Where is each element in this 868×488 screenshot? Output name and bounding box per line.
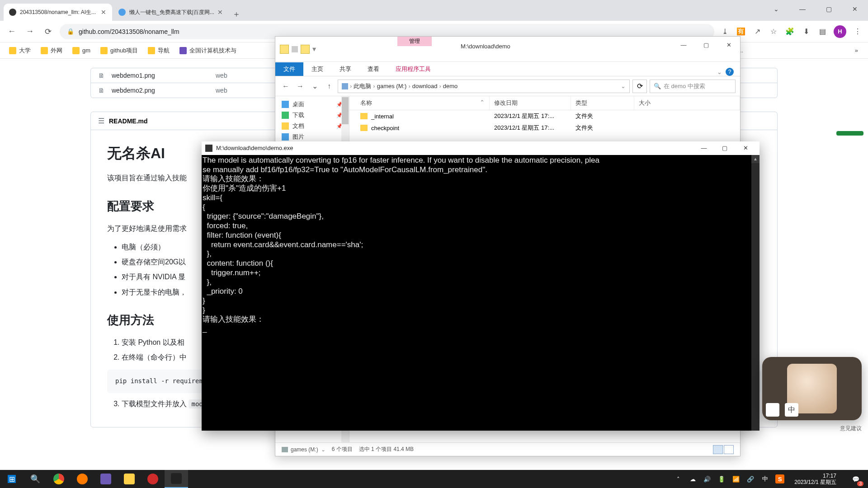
downloads-icon bbox=[282, 112, 289, 119]
forward-button[interactable]: → bbox=[24, 25, 36, 38]
folder-icon bbox=[360, 125, 368, 131]
sidebar-item-desktop[interactable]: 桌面📌 bbox=[275, 99, 349, 110]
action-center-button[interactable]: 💬3 bbox=[846, 470, 865, 488]
bookmark-item[interactable]: 导航 bbox=[144, 45, 173, 56]
console-output[interactable]: The model is automatically converting to… bbox=[202, 155, 760, 431]
taskbar-app[interactable] bbox=[141, 470, 165, 488]
ribbon-tab-view[interactable]: 查看 bbox=[359, 62, 387, 76]
maximize-button[interactable]: ▢ bbox=[695, 37, 717, 53]
onedrive-icon[interactable]: ☁ bbox=[689, 475, 697, 483]
help-icon[interactable]: ? bbox=[726, 68, 734, 76]
ime-assistant-widget[interactable]: 中 bbox=[762, 357, 862, 420]
sidebar-item-downloads[interactable]: 下载📌 bbox=[275, 110, 349, 121]
new-tab-button[interactable]: ＋ bbox=[230, 7, 243, 21]
sogou-ime-icon[interactable]: S bbox=[775, 474, 784, 483]
view-large-icon[interactable] bbox=[724, 445, 734, 454]
taskbar-app-chrome[interactable] bbox=[47, 470, 71, 488]
network-icon[interactable]: 📶 bbox=[732, 475, 740, 483]
back-button[interactable]: ← bbox=[280, 80, 292, 92]
bookmark-item[interactable]: github项目 bbox=[97, 45, 142, 56]
close-button[interactable]: ✕ bbox=[717, 37, 740, 53]
downloads-icon[interactable]: ⬇ bbox=[801, 27, 811, 37]
ribbon-context-tab[interactable]: 管理 bbox=[397, 37, 432, 46]
ribbon-tab-home[interactable]: 主页 bbox=[303, 62, 331, 76]
tab-search-icon[interactable]: ⌄ bbox=[763, 0, 789, 18]
bookmark-item[interactable]: gm bbox=[69, 45, 94, 56]
header-name[interactable]: 名称 ⌃ bbox=[349, 96, 490, 110]
translate-icon[interactable]: 🈶 bbox=[736, 27, 746, 37]
drive-indicator[interactable]: games (M:) ⌄ bbox=[282, 446, 326, 453]
window-title: M:\download\demo bbox=[461, 43, 510, 50]
extensions-icon[interactable]: 🧩 bbox=[785, 27, 795, 37]
file-row[interactable]: checkpoint 2023/12/1 星期五 17:... 文件夹 bbox=[349, 122, 740, 134]
ribbon-tab-file[interactable]: 文件 bbox=[275, 62, 303, 76]
bookmark-overflow-icon[interactable]: » bbox=[850, 47, 863, 54]
scroll-up-icon[interactable]: ▲ bbox=[751, 155, 760, 163]
back-button[interactable]: ← bbox=[5, 25, 18, 38]
code-button-partial[interactable] bbox=[836, 131, 863, 136]
bookmark-item[interactable]: 外网 bbox=[37, 45, 66, 56]
qat-icon[interactable] bbox=[292, 46, 298, 52]
explorer-titlebar[interactable]: ▾ 管理 M:\download\demo — ▢ ✕ bbox=[275, 37, 740, 62]
taskbar-app-explorer[interactable] bbox=[118, 470, 141, 488]
ribbon-tab-share[interactable]: 共享 bbox=[331, 62, 359, 76]
share-icon[interactable]: ↗ bbox=[752, 27, 762, 37]
taskbar-app-console[interactable] bbox=[165, 470, 188, 488]
browser-tab-inactive[interactable]: 懒人一键包_免费高速下载|百度网... ✕ bbox=[113, 4, 229, 21]
sidebar-item-documents[interactable]: 文档📌 bbox=[275, 121, 349, 131]
header-type[interactable]: 类型 bbox=[571, 96, 634, 110]
profile-avatar[interactable]: H bbox=[834, 25, 846, 38]
ime-indicator[interactable]: 中 bbox=[761, 475, 769, 483]
folder-icon[interactable] bbox=[301, 45, 310, 54]
shirt-icon[interactable] bbox=[766, 403, 779, 417]
tab-close-icon[interactable]: ✕ bbox=[100, 9, 107, 15]
folder-icon[interactable] bbox=[280, 45, 289, 54]
console-scrollbar[interactable]: ▲ bbox=[751, 155, 760, 431]
install-icon[interactable]: ⤓ bbox=[720, 27, 730, 37]
breadcrumb-dropdown-icon[interactable]: ⌄ bbox=[621, 83, 626, 89]
tab-close-icon[interactable]: ✕ bbox=[217, 9, 223, 15]
scrollbar-thumb[interactable] bbox=[342, 97, 349, 124]
start-button[interactable]: ⊞ bbox=[0, 470, 24, 488]
ime-language-indicator[interactable]: 中 bbox=[785, 403, 798, 417]
ribbon-tab-apptools[interactable]: 应用程序工具 bbox=[387, 62, 439, 76]
close-button[interactable]: ✕ bbox=[842, 0, 868, 18]
link-icon[interactable]: 🔗 bbox=[746, 475, 755, 483]
breadcrumb[interactable]: › 此电脑› games (M:)› download› demo ⌄ bbox=[338, 80, 630, 93]
header-size[interactable]: 大小 bbox=[634, 96, 740, 110]
recent-dropdown-icon[interactable]: ⌄ bbox=[309, 80, 321, 92]
console-titlebar[interactable]: M:\download\demo\demo.exe — ▢ ✕ bbox=[202, 141, 760, 155]
view-details-icon[interactable] bbox=[713, 445, 723, 454]
outline-icon[interactable]: ☰ bbox=[98, 117, 104, 125]
minimize-button[interactable]: — bbox=[672, 37, 695, 53]
sidepanel-icon[interactable]: ▤ bbox=[817, 27, 827, 37]
header-date[interactable]: 修改日期 bbox=[490, 96, 571, 110]
search-button[interactable]: 🔍 bbox=[24, 470, 47, 488]
tray-overflow-icon[interactable]: ˄ bbox=[674, 475, 682, 483]
taskbar-app[interactable] bbox=[71, 470, 94, 488]
ime-caption[interactable]: 意见建议 bbox=[840, 425, 862, 432]
maximize-button[interactable]: ▢ bbox=[816, 0, 842, 18]
forward-button[interactable]: → bbox=[294, 80, 306, 92]
up-button[interactable]: ↑ bbox=[323, 80, 335, 92]
ribbon-collapse-icon[interactable]: ⌄ bbox=[717, 69, 722, 75]
reload-button[interactable]: ⟳ bbox=[42, 25, 54, 38]
battery-icon[interactable]: 🔋 bbox=[717, 475, 726, 483]
search-input[interactable]: 🔍 在 demo 中搜索 bbox=[650, 80, 736, 93]
bookmark-item[interactable]: 全国计算机技术与 bbox=[176, 45, 240, 56]
maximize-button[interactable]: ▢ bbox=[714, 141, 735, 155]
bookmark-star-icon[interactable]: ☆ bbox=[769, 27, 778, 37]
sidebar-item-pictures[interactable]: 图片 bbox=[275, 131, 349, 142]
taskbar-app[interactable] bbox=[94, 470, 118, 488]
bookmark-item[interactable]: 大学 bbox=[5, 45, 34, 56]
minimize-button[interactable]: — bbox=[693, 141, 714, 155]
menu-icon[interactable]: ⋮ bbox=[853, 27, 863, 37]
refresh-button[interactable]: ⟳ bbox=[632, 80, 647, 93]
minimize-button[interactable]: — bbox=[789, 0, 816, 18]
close-button[interactable]: ✕ bbox=[735, 141, 756, 155]
file-row[interactable]: _internal 2023/12/1 星期五 17:... 文件夹 bbox=[349, 110, 740, 122]
clock[interactable]: 17:17 2023/12/1 星期五 bbox=[791, 473, 840, 486]
browser-tab-active[interactable]: 204313508/noname_llm: AI生... ✕ bbox=[4, 4, 112, 21]
qat-dropdown-icon[interactable]: ▾ bbox=[312, 45, 316, 53]
volume-icon[interactable]: 🔊 bbox=[703, 475, 711, 483]
